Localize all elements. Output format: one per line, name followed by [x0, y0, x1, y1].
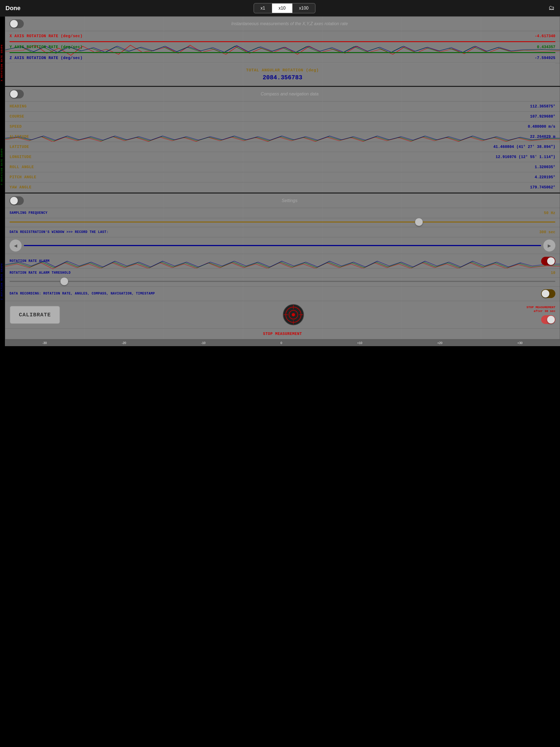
z-axis-value: -7.594925 [535, 56, 555, 60]
course-row: COURSE 107.929688° [5, 111, 560, 122]
threshold-slider-container [5, 278, 560, 287]
rotation-panel-header: Instantaneous measurements of the X,Y,Z … [5, 17, 560, 31]
scale-tick-3: 0 [281, 341, 282, 344]
svg-point-21 [292, 313, 295, 316]
settings-toggle-knob [10, 197, 18, 205]
total-rotation-label: TOTAL ANGULAR ROTATION (deg) [9, 68, 555, 73]
top-bar: Done x1 x10 x100 🗂 [0, 0, 560, 17]
settings-panel: Settings SAMPLING FREQUENCY 50 Hz DATA R… [5, 193, 560, 340]
compass-panel-header: Compass and navigation data [5, 87, 560, 101]
roll-value: 1.320035° [535, 165, 555, 169]
calibrate-button[interactable]: CALIBRATE [9, 306, 60, 324]
data-recording-toggle[interactable] [541, 289, 555, 298]
data-recording-toggle-knob [542, 290, 549, 298]
latitude-row: LATITUDE 41.460804 (41° 27' 38.894") [5, 142, 560, 152]
yaw-value: 179.745062° [530, 185, 555, 189]
compass-toggle-knob [10, 90, 18, 98]
arrow-left-button[interactable]: ◀ [9, 239, 22, 252]
speed-label: SPEED [9, 124, 22, 129]
rotation-alarm-toggle-knob [547, 257, 555, 265]
side-labels: X ROTATION RATE GRAPH Y ROTATION RATE GR… [0, 17, 5, 339]
data-window-value: 300 sec [539, 230, 555, 234]
stop-section: STOP MEASUREMENTafter 30 sec [526, 305, 555, 324]
rotation-alarm-toggle[interactable] [541, 257, 555, 265]
stop-measurement-label[interactable]: STOP MEASUREMENT [263, 332, 302, 336]
rotation-toggle-knob [10, 20, 18, 28]
compass-panel-title: Compass and navigation data [24, 92, 555, 97]
zoom-x10-button[interactable]: x10 [272, 4, 292, 13]
sampling-freq-label: SAMPLING FREQUENCY [9, 211, 541, 215]
compass-toggle[interactable] [9, 90, 24, 98]
zoom-selector: x1 x10 x100 [253, 3, 315, 14]
rotation-toggle[interactable] [9, 19, 24, 28]
main-content: Instantaneous measurements of the X,Y,Z … [5, 17, 560, 346]
stop-measurement-row: STOP MEASUREMENT [5, 329, 560, 339]
altitude-label: ALTITUDE [9, 134, 29, 139]
sampling-slider-fill [9, 222, 419, 223]
zoom-x100-button[interactable]: x100 [292, 4, 315, 13]
heading-row: HEADING 112.365875° [5, 101, 560, 111]
sampling-slider-container [5, 218, 560, 227]
arrow-row: ◀ ▶ [5, 237, 560, 254]
rotation-panel: Instantaneous measurements of the X,Y,Z … [5, 17, 560, 86]
latitude-value: 41.460804 (41° 27' 38.894") [493, 145, 555, 149]
z-axis-row: Z AXIS ROTATION RATE (deg/sec) -7.594925 [5, 53, 560, 63]
altitude-row: ALTITUDE 22.264029 m [5, 132, 560, 142]
course-value: 107.929688° [530, 114, 555, 119]
threshold-row: ROTATION RATE ALARM THRESHOLD 10 [5, 268, 560, 278]
threshold-slider-thumb[interactable] [60, 278, 68, 285]
stop-after-toggle[interactable] [541, 315, 555, 324]
settings-toggle[interactable] [9, 196, 24, 205]
sampling-slider-track[interactable] [9, 222, 555, 223]
rotation-data: X AXIS ROTATION RATE (deg/sec) -4.617340… [5, 31, 560, 86]
compass-data: HEADING 112.365875° COURSE 107.929688° S… [5, 101, 560, 192]
x-axis-row: X AXIS ROTATION RATE (deg/sec) -4.617340 [5, 31, 560, 41]
settings-panel-title: Settings [24, 198, 555, 203]
x-axis-label: X AXIS ROTATION RATE (deg/sec) [9, 34, 82, 38]
speed-row: SPEED 0.480000 m/s [5, 122, 560, 132]
arrow-track [24, 245, 541, 246]
threshold-slider-fill [9, 281, 64, 282]
target-icon [282, 304, 304, 326]
longitude-row: LONGITUDE 12.916976 (12° 55' 1.114") [5, 152, 560, 162]
scale-tick-2: -10 [201, 341, 206, 344]
rotation-alarm-row: ROTATION RATE ALARM [5, 254, 560, 268]
stop-after-toggle-knob [547, 316, 555, 324]
x-rotation-label: X ROTATION RATE GRAPH [0, 17, 5, 109]
sampling-freq-value: 50 Hz [544, 211, 555, 215]
threshold-label: ROTATION RATE ALARM THRESHOLD [9, 271, 548, 275]
altitude-value: 22.264029 m [530, 134, 555, 139]
x-axis-value: -4.617340 [535, 34, 555, 38]
threshold-value: 10 [551, 271, 555, 275]
compass-panel: Compass and navigation data HEADING 112.… [5, 87, 560, 193]
total-rotation-section: TOTAL ANGULAR ROTATION (deg) 2084.356783 [5, 64, 560, 86]
settings-panel-header: Settings [5, 194, 560, 208]
roll-label: ROLL ANGLE [9, 165, 34, 169]
z-axis-label: Z AXIS ROTATION RATE (deg/sec) [9, 56, 82, 60]
scale-tick-5: +20 [437, 341, 442, 344]
scale-tick-1: -20 [122, 341, 126, 344]
scale-tick-6: +30 [517, 341, 523, 344]
sampling-slider-thumb[interactable] [415, 218, 423, 226]
y-rotation-label: Y ROTATION RATE GRAPH [0, 109, 5, 224]
longitude-value: 12.916976 (12° 55' 1.114") [496, 155, 555, 159]
total-rotation-value: 2084.356783 [9, 74, 555, 81]
pitch-value: 4.228195° [535, 175, 555, 179]
y-axis-row: Y AXIS ROTATION RATE (deg/sec) 0.434357 [5, 42, 560, 52]
scale-bar: -30 -20 -10 0 +10 +20 +30 [5, 340, 560, 346]
roll-row: ROLL ANGLE 1.320035° [5, 162, 560, 172]
scale-tick-0: -30 [42, 341, 47, 344]
speed-value: 0.480000 m/s [528, 124, 555, 129]
zoom-x1-button[interactable]: x1 [254, 4, 272, 13]
bottom-row: CALIBRATE STOP MEASUREMENT [5, 301, 560, 329]
folder-icon[interactable]: 🗂 [549, 4, 555, 12]
threshold-slider-track[interactable] [9, 281, 555, 282]
scale-tick-4: +10 [357, 341, 362, 344]
stop-after-label: STOP MEASUREMENTafter 30 sec [526, 305, 555, 313]
arrow-right-button[interactable]: ▶ [543, 239, 555, 252]
longitude-label: LONGITUDE [9, 155, 31, 159]
latitude-label: LATITUDE [9, 145, 29, 149]
heading-label: HEADING [9, 104, 27, 108]
done-button[interactable]: Done [5, 5, 21, 12]
y-axis-value: 0.434357 [537, 45, 555, 49]
